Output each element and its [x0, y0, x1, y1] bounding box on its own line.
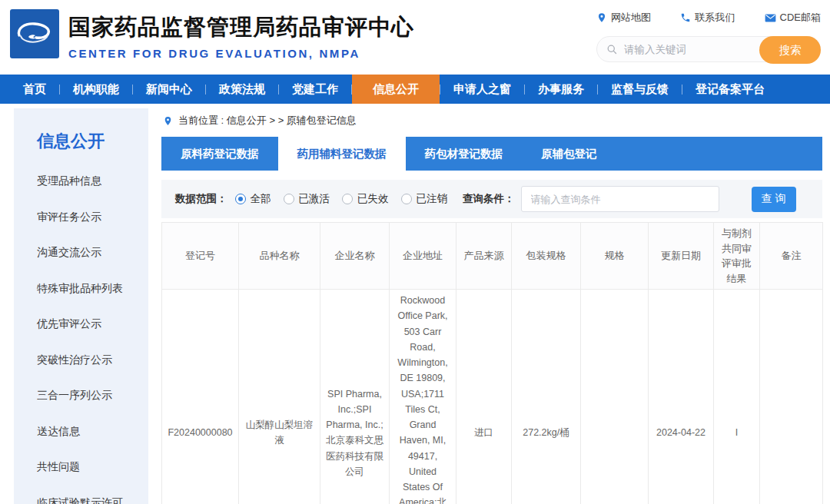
breadcrumb: 当前位置 : 信息公开 > > 原辅包登记信息: [163, 114, 822, 128]
brand-text: 国家药品监督管理局药品审评中心 CENTER FOR DRUG EVALUATI…: [68, 9, 414, 60]
header-right: 网站地图 联系我们 CDE邮箱: [596, 9, 821, 75]
sidebar-title: 信息公开: [37, 130, 141, 153]
radio-activated-label: 已激活: [299, 192, 330, 206]
table-header-row: 登记号 品种名称 企业名称 企业地址 产品来源 包装规格 规格 更新日期 与制剂…: [162, 223, 823, 290]
radio-activated[interactable]: 已激活: [284, 192, 330, 206]
cell-spec: [581, 290, 649, 504]
main-panel: 当前位置 : 信息公开 > > 原辅包登记信息 原料药登记数据 药用辅料登记数据…: [161, 104, 822, 504]
tab-bar: 原料药登记数据 药用辅料登记数据 药包材登记数据 原辅包登记: [161, 137, 822, 171]
radio-expired-label: 已失效: [357, 192, 389, 206]
radio-cancelled-dot: [401, 194, 412, 204]
radio-cancelled-label: 已注销: [417, 192, 448, 206]
sidebar-item-common-issues[interactable]: 共性问题: [37, 460, 141, 474]
radio-activated-dot: [284, 194, 294, 204]
quick-links: 网站地图 联系我们 CDE邮箱: [596, 11, 821, 25]
nav-item-home[interactable]: 首页: [10, 75, 59, 104]
col-joint-review-result: 与制剂共同审评审批结果: [714, 223, 760, 290]
site-title: 国家药品监督管理局药品审评中心: [68, 12, 414, 43]
radio-all-dot: [235, 194, 246, 204]
search-icon: [606, 44, 618, 55]
col-package-spec: 包装规格: [512, 223, 581, 290]
tab-excipient-registration[interactable]: 药用辅料登记数据: [278, 137, 406, 171]
cell-product-source: 进口: [456, 290, 512, 504]
nav-item-applicant[interactable]: 申请人之窗: [440, 75, 524, 104]
nav-item-news[interactable]: 新闻中心: [133, 75, 205, 104]
cell-product-name: 山梨醇山梨坦溶液: [239, 290, 320, 504]
sidebar-item-accepted-products[interactable]: 受理品种信息: [37, 174, 141, 188]
radio-all[interactable]: 全部: [235, 192, 271, 206]
nav-item-registration-platform[interactable]: 登记备案平台: [682, 75, 778, 104]
breadcrumb-text: 当前位置 : 信息公开 > > 原辅包登记信息: [178, 114, 357, 128]
link-sitemap[interactable]: 网站地图: [596, 11, 651, 25]
col-remark: 备注: [760, 223, 823, 290]
col-spec: 规格: [581, 223, 649, 290]
nav-item-functions[interactable]: 机构职能: [60, 75, 132, 104]
cell-company-address: Rockwood Office Park, 503 Carr Road, Wil…: [390, 290, 456, 504]
table-row: F20240000080 山梨醇山梨坦溶液 SPI Pharma, Inc.;S…: [162, 290, 823, 504]
col-product-source: 产品来源: [456, 223, 512, 290]
col-product-name: 品种名称: [239, 223, 320, 290]
registration-table: 登记号 品种名称 企业名称 企业地址 产品来源 包装规格 规格 更新日期 与制剂…: [161, 222, 823, 504]
filter-bar: 数据范围： 全部 已激活 已失效 已注销 查询条件：: [161, 180, 822, 218]
header-search-button[interactable]: 搜索: [759, 36, 821, 64]
sidebar-item-communication[interactable]: 沟通交流公示: [37, 246, 141, 260]
nav-item-policy[interactable]: 政策法规: [206, 75, 278, 104]
tab-api-registration[interactable]: 原料药登记数据: [161, 137, 278, 171]
radio-cancelled[interactable]: 已注销: [401, 192, 448, 206]
cde-logo-icon: [10, 9, 59, 58]
nav-item-info-disclosure[interactable]: 信息公开: [352, 75, 440, 104]
radio-all-label: 全部: [251, 192, 271, 206]
col-update-date: 更新日期: [649, 223, 714, 290]
nav-item-party[interactable]: 党建工作: [279, 75, 351, 104]
cell-registration-no: F20240000080: [162, 290, 239, 504]
tab-apipack-registration[interactable]: 原辅包登记: [522, 137, 616, 171]
col-company-name: 企业名称: [320, 223, 390, 290]
link-sitemap-label: 网站地图: [611, 11, 651, 25]
col-company-address: 企业地址: [390, 223, 456, 290]
link-contact-label: 联系我们: [695, 11, 735, 25]
sidebar-item-review-tasks[interactable]: 审评任务公示: [37, 211, 141, 224]
sidebar-item-special-approval[interactable]: 特殊审批品种列表: [37, 282, 141, 296]
header-search: 搜索: [596, 36, 821, 62]
cell-company-name: SPI Pharma, Inc.;SPI Pharma, Inc.;北京泰科文思…: [320, 290, 390, 504]
query-condition-label: 查询条件：: [463, 192, 515, 206]
nav-item-supervision[interactable]: 监督与反馈: [598, 75, 682, 104]
link-contact[interactable]: 联系我们: [680, 11, 735, 25]
data-scope-label: 数据范围：: [175, 192, 227, 206]
link-cde-mail-label: CDE邮箱: [780, 11, 821, 25]
col-registration-no: 登记号: [162, 223, 239, 290]
phone-icon: [680, 12, 691, 23]
radio-expired[interactable]: 已失效: [342, 192, 389, 206]
site-subtitle: CENTER FOR DRUG EVALUATION, NMPA: [68, 47, 414, 60]
cell-joint-review-result: I: [714, 290, 760, 504]
nav-item-services[interactable]: 办事服务: [525, 75, 597, 104]
link-cde-mail[interactable]: CDE邮箱: [765, 11, 821, 25]
query-button[interactable]: 查 询: [752, 187, 796, 212]
main-nav: 首页 机构职能 新闻中心 政策法规 党建工作 信息公开 申请人之窗 办事服务 监…: [0, 75, 830, 104]
sidebar-item-delivery-info[interactable]: 送达信息: [37, 425, 141, 439]
page: 国家药品监督管理局药品审评中心 CENTER FOR DRUG EVALUATI…: [0, 0, 830, 504]
tab-packaging-registration[interactable]: 药包材登记数据: [406, 137, 523, 171]
cell-package-spec: 272.2kg/桶: [512, 290, 581, 504]
sidebar-item-three-in-one[interactable]: 三合一序列公示: [37, 389, 141, 403]
sidebar-item-clinical-trial-implied-license[interactable]: 临床试验默示许可: [37, 496, 141, 504]
sidebar: 信息公开 受理品种信息 审评任务公示 沟通交流公示 特殊审批品种列表 优先审评公…: [14, 108, 148, 504]
query-condition-input[interactable]: [521, 186, 719, 212]
sidebar-item-breakthrough-therapy[interactable]: 突破性治疗公示: [37, 353, 141, 367]
radio-expired-dot: [342, 194, 353, 204]
site-header: 国家药品监督管理局药品审评中心 CENTER FOR DRUG EVALUATI…: [0, 0, 830, 75]
cell-update-date: 2024-04-22: [649, 290, 714, 504]
brand: 国家药品监督管理局药品审评中心 CENTER FOR DRUG EVALUATI…: [10, 9, 414, 75]
envelope-icon: [765, 13, 776, 23]
breadcrumb-pin-icon: [163, 116, 173, 126]
sidebar-item-priority-review[interactable]: 优先审评公示: [37, 317, 141, 331]
location-pin-icon: [596, 12, 607, 23]
content: 信息公开 受理品种信息 审评任务公示 沟通交流公示 特殊审批品种列表 优先审评公…: [0, 104, 830, 504]
cell-remark: [760, 290, 823, 504]
